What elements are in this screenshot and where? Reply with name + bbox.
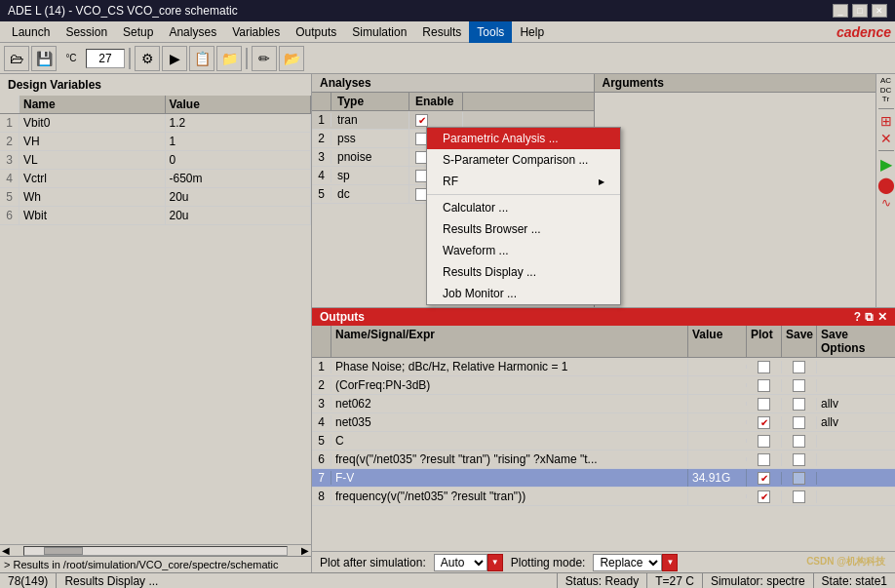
temp-input[interactable] [86, 49, 125, 68]
plot-checkbox[interactable] [758, 379, 770, 392]
checkbox-enabled[interactable]: ✔ [415, 114, 428, 127]
var-value[interactable]: 20u [166, 207, 312, 224]
table-row[interactable]: 2 VH 1 [0, 133, 311, 151]
toolbar-btn-8[interactable]: 📂 [279, 46, 304, 71]
var-value[interactable]: 1.2 [166, 114, 312, 132]
outputs-float[interactable]: ⧉ [865, 310, 874, 324]
table-row[interactable]: 6 Wbit 20u [0, 207, 311, 225]
output-plot[interactable] [747, 379, 782, 392]
output-plot[interactable]: ✔ [747, 472, 782, 485]
save-checkbox[interactable] [793, 435, 805, 448]
plot-checkbox-checked[interactable]: ✔ [758, 472, 770, 485]
sidebar-icon-1[interactable]: ⊞ [880, 113, 892, 129]
plot-checkbox[interactable] [758, 361, 770, 373]
outputs-row-selected[interactable]: 7 F-V 34.91G ✔ [312, 469, 895, 488]
output-save[interactable] [782, 416, 817, 429]
var-value[interactable]: 0 [166, 151, 312, 169]
table-row[interactable]: 3 VL 0 [0, 151, 311, 170]
menu-help[interactable]: Help [512, 21, 552, 43]
save-checkbox[interactable] [793, 472, 805, 485]
menu-job-monitor[interactable]: Job Monitor ... [427, 283, 620, 304]
scroll-right[interactable]: ▶ [299, 545, 311, 556]
plot-checkbox-checked[interactable]: ✔ [758, 490, 770, 503]
output-plot[interactable]: ✔ [747, 416, 782, 429]
outputs-help[interactable]: ? [854, 310, 861, 324]
menu-results-browser[interactable]: Results Browser ... [427, 218, 620, 240]
menu-sparam-comparison[interactable]: S-Parameter Comparison ... [427, 149, 620, 171]
output-plot[interactable] [747, 398, 782, 411]
menu-analyses[interactable]: Analyses [161, 21, 224, 43]
menu-outputs[interactable]: Outputs [288, 21, 344, 43]
maximize-button[interactable]: □ [852, 4, 868, 18]
scroll-track[interactable] [23, 546, 288, 556]
stop-icon[interactable]: ⬤ [877, 176, 895, 194]
var-value[interactable]: 1 [166, 133, 312, 150]
minimize-button[interactable]: _ [833, 4, 848, 18]
var-value[interactable]: -650m [166, 170, 312, 187]
plotting-mode-dropdown[interactable]: Replace Append ▼ [593, 554, 678, 571]
outputs-row[interactable]: 5 C [312, 432, 895, 451]
plotting-mode-dropdown-btn[interactable]: ▼ [662, 554, 678, 571]
toolbar-btn-5[interactable]: 📋 [189, 46, 214, 71]
menu-session[interactable]: Session [58, 21, 115, 43]
analysis-enable[interactable]: ✔ [409, 112, 463, 129]
outputs-row[interactable]: 2 (CorFreq:PN-3dB) [312, 376, 895, 395]
output-save[interactable] [782, 361, 817, 373]
menu-parametric-analysis[interactable]: Parametric Analysis ... [427, 128, 620, 149]
output-plot[interactable] [747, 361, 782, 373]
output-save[interactable] [782, 379, 817, 392]
save-checkbox[interactable] [793, 453, 805, 466]
ac-dc-trans-icon[interactable]: ACDCTr [880, 76, 892, 104]
var-value[interactable]: 20u [166, 188, 312, 206]
toolbar-btn-6[interactable]: 📁 [216, 46, 242, 71]
toolbar-btn-4[interactable]: ▶ [162, 46, 187, 71]
plot-after-dropdown-btn[interactable]: ▼ [487, 554, 503, 571]
output-save[interactable] [782, 453, 817, 466]
menu-results-display[interactable]: Results Display ... [427, 261, 620, 283]
outputs-row[interactable]: 4 net035 ✔ allv [312, 413, 895, 432]
plot-checkbox[interactable] [758, 398, 770, 411]
output-plot[interactable] [747, 435, 782, 448]
output-save[interactable] [782, 435, 817, 448]
menu-rf[interactable]: RF ▶ [427, 171, 620, 192]
plot-after-select[interactable]: Auto All None [434, 554, 487, 571]
menu-simulation[interactable]: Simulation [344, 21, 414, 43]
wave-icon[interactable]: ∿ [881, 196, 891, 210]
outputs-row[interactable]: 8 frequency(v("/net035" ?result "tran"))… [312, 488, 895, 506]
menu-results[interactable]: Results [414, 21, 469, 43]
save-checkbox[interactable] [793, 490, 805, 503]
menu-waveform[interactable]: Waveform ... [427, 240, 620, 261]
table-row[interactable]: 4 Vctrl -650m [0, 170, 311, 188]
close-button[interactable]: ✕ [872, 4, 887, 18]
save-checkbox[interactable] [793, 416, 805, 429]
menu-launch[interactable]: Launch [4, 21, 58, 43]
outputs-row[interactable]: 6 freq(v("/net035" ?result "tran") "risi… [312, 451, 895, 469]
outputs-close[interactable]: ✕ [877, 310, 887, 324]
plot-checkbox[interactable] [758, 435, 770, 448]
plot-checkbox-checked[interactable]: ✔ [758, 416, 770, 429]
scroll-thumb[interactable] [44, 547, 83, 555]
plotting-mode-select[interactable]: Replace Append [593, 554, 662, 571]
save-checkbox[interactable] [793, 398, 805, 411]
outputs-row[interactable]: 1 Phase Noise; dBc/Hz, Relative Harmonic… [312, 358, 895, 376]
toolbar-btn-2[interactable]: 💾 [31, 46, 57, 71]
run-icon[interactable]: ▶ [880, 155, 892, 174]
menu-calculator[interactable]: Calculator ... [427, 197, 620, 218]
output-save[interactable] [782, 472, 817, 485]
table-row[interactable]: 5 Wh 20u [0, 188, 311, 207]
save-checkbox[interactable] [793, 361, 805, 373]
scroll-left[interactable]: ◀ [0, 545, 12, 556]
sidebar-icon-2[interactable]: ✕ [880, 131, 892, 146]
results-display-section[interactable]: Results Display ... [57, 573, 557, 588]
menu-tools[interactable]: Tools [469, 21, 512, 43]
toolbar-btn-1[interactable]: 🗁 [4, 46, 29, 71]
output-plot[interactable] [747, 453, 782, 466]
toolbar-btn-3[interactable]: ⚙ [135, 46, 160, 71]
outputs-row[interactable]: 3 net062 allv [312, 395, 895, 413]
save-checkbox[interactable] [793, 379, 805, 392]
table-row[interactable]: 1 Vbit0 1.2 [0, 114, 311, 133]
output-plot[interactable]: ✔ [747, 490, 782, 503]
output-save[interactable] [782, 490, 817, 503]
menu-setup[interactable]: Setup [115, 21, 161, 43]
toolbar-btn-7[interactable]: ✏ [252, 46, 277, 71]
